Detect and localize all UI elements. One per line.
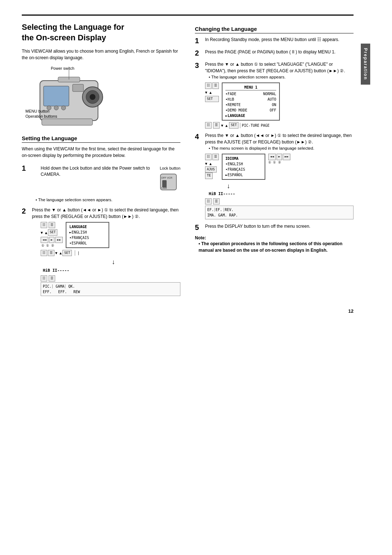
- right-step-2-number: 2: [195, 49, 203, 57]
- menu1-item-4: •DEMO MODEOFF: [225, 108, 276, 113]
- id-bottom-r: ☰: [213, 198, 220, 205]
- left-column: Selecting the Language for the On-screen…: [22, 22, 180, 300]
- setting-intro: When using the VIEWCAM for the first tim…: [22, 146, 180, 159]
- m1-icon-r: ☰: [212, 82, 219, 89]
- ctrl-icon-left: ☷: [41, 222, 47, 228]
- ctrl-btn-3: ►►: [55, 237, 63, 243]
- ctrl-icon-bottom2: ☰: [49, 275, 55, 282]
- svg-text:CAM: CAM: [161, 187, 167, 189]
- right-step-4: 4 Press the ▼ or ▲ button (◄◄ or ►) ① to…: [195, 132, 354, 219]
- svg-rect-5: [73, 84, 83, 92]
- menu1-screen: MENU 1 •FADENORMAL •HiBAUTO •REMOTEON •D…: [222, 82, 280, 121]
- right-step-1-content: In Recording Standby mode, press the MEN…: [205, 36, 354, 45]
- right-step-5: 5 Press the DISPLAY button to turn off t…: [195, 223, 354, 232]
- right-step-3-bullet: The language selection screen appears.: [209, 74, 354, 80]
- ctrl-btn-2: ►: [49, 237, 54, 243]
- camera-svg: [22, 66, 116, 131]
- lock-image: Lock button OFF VCR CAM: [157, 165, 180, 194]
- note-text: • The operation procedures in the follow…: [199, 240, 354, 254]
- top-rule: [22, 15, 354, 16]
- sidebar-tab: Preparation: [361, 44, 370, 85]
- svg-text:OFF  VCR: OFF VCR: [161, 177, 172, 179]
- lang-diagrams: ☷ ☰ ▼ ▲ SET ◄◄ ► ►►: [41, 222, 180, 248]
- camera-diagram: Power switch: [22, 66, 180, 131]
- page-number: 12: [22, 307, 354, 314]
- m1-icon-l: ☷: [205, 82, 212, 89]
- idioma-ctrl: ☷ ☰ ▼ ▲ AJUS TE: [205, 154, 219, 179]
- two-col-layout: Selecting the Language for the On-screen…: [22, 22, 354, 300]
- right-step-4-content: Press the ▼ or ▲ button (◄◄ or ►) ① to s…: [205, 132, 354, 219]
- m1-bottom-set: SET: [229, 122, 238, 129]
- right-step-2-content: Press the PAGE (PAGE or PAGINA) button (…: [205, 49, 354, 57]
- step-1-bullet: The language selection screen appears.: [36, 197, 180, 203]
- ctrl-icon-right2: ☰: [48, 250, 54, 256]
- lang-menu-box: LANGUAGE ►ENGLISH •FRANÇAIS •ESPAÑOL: [66, 222, 109, 248]
- menu1-ctrl: ☷ ☰ ▼ ▲ SET: [205, 82, 219, 102]
- lock-diagram: Hold down the Lock button and slide the …: [41, 165, 180, 194]
- right-step-3-content: Press the ▼ or ▲ button ① to select "LAN…: [205, 61, 354, 129]
- changing-heading: Changing the Language: [195, 26, 354, 33]
- ctrl-btn-1: ◄◄: [41, 237, 48, 243]
- menu1-item-1: •FADENORMAL: [225, 91, 276, 97]
- id-bottom-l: ☷: [205, 198, 212, 205]
- menu1-item-5: ►LANGUAGE: [225, 113, 276, 118]
- m1-bottom-r: ☰: [213, 122, 220, 129]
- id-te: TE: [205, 173, 213, 179]
- right-step-5-number: 5: [195, 223, 203, 232]
- page-title: Selecting the Language for the On-screen…: [22, 22, 180, 43]
- step-2-content: Press the ▼ or ▲ button (◄◄ or ►) ① to s…: [32, 207, 180, 296]
- setting-language-heading: Setting the Language: [22, 135, 180, 143]
- bottom-screen-right: EF.EF.REV. IMA.GAM.RAP.: [205, 206, 354, 219]
- ctrl-icon-left2: ☷: [41, 250, 47, 256]
- right-step-1: 1 In Recording Standby mode, press the M…: [195, 36, 354, 45]
- hifi-bar-1: HiB II-----: [43, 268, 180, 274]
- id-btn-1: ◄◄: [268, 154, 276, 160]
- step-2-number: 2: [22, 207, 30, 296]
- id-icon-r: ☰: [212, 154, 219, 160]
- set-ctrl: SET: [48, 229, 57, 236]
- id-icon-l: ☷: [205, 154, 212, 160]
- svg-point-10: [61, 106, 66, 110]
- id-ajus: AJUS: [205, 166, 217, 173]
- menu-button-label: MENU button: [25, 109, 49, 113]
- menu1-item-2: •HiBAUTO: [225, 97, 276, 102]
- id-btn-3: ►►: [283, 154, 290, 160]
- right-step-3-number: 3: [195, 61, 203, 129]
- right-step-5-content: Press the DISPLAY button to turn off the…: [205, 223, 354, 232]
- step-2: 2 Press the ▼ or ▲ button (◄◄ or ►) ① to…: [22, 207, 180, 296]
- menu1-item-3: •REMOTEON: [225, 102, 276, 108]
- main-content: Selecting the Language for the On-screen…: [22, 15, 361, 314]
- note-block: Note: • The operation procedures in the …: [195, 235, 354, 254]
- menu1-title: MENU 1: [225, 85, 276, 90]
- svg-point-3: [90, 94, 95, 100]
- id-btn-2: ►: [277, 154, 282, 160]
- step-1: 1 Hold down the Lock button and slide th…: [22, 164, 180, 203]
- svg-rect-7: [42, 119, 93, 125]
- right-step-1-number: 1: [195, 36, 203, 45]
- page-container: Selecting the Language for the On-screen…: [22, 15, 370, 314]
- svg-point-9: [54, 106, 58, 110]
- note-title: Note:: [195, 235, 354, 240]
- lock-switch-svg: OFF VCR CAM: [157, 172, 180, 192]
- step-1-content: Hold down the Lock button and slide the …: [32, 164, 180, 203]
- lock-text: Hold down the Lock button and slide the …: [41, 165, 153, 178]
- intro-text: This VIEWCAM allows you to choose from a…: [22, 48, 180, 61]
- step-1-number: 1: [22, 164, 30, 203]
- right-step-2: 2 Press the PAGE (PAGE or PAGINA) button…: [195, 49, 354, 57]
- operation-buttons-label: Operation buttons: [25, 114, 57, 118]
- svg-rect-4: [44, 86, 69, 106]
- right-step-4-number: 4: [195, 132, 203, 219]
- arrow-down-1: ↓: [46, 257, 180, 267]
- right-column: Changing the Language 1 In Recording Sta…: [195, 22, 354, 300]
- bottom-screen-1: PIC. GAMA QK. EFF. EFF. REW: [41, 282, 180, 296]
- idioma-ctrl-btns: ◄◄ ► ►► ① ① ②: [268, 154, 290, 165]
- right-step-4-bullet: The menu screen is displayed in the lang…: [209, 145, 354, 151]
- m1-bottom-l: ☷: [205, 122, 212, 129]
- lock-label: Lock button: [157, 165, 180, 171]
- right-step-3: 3 Press the ▼ or ▲ button ① to select "L…: [195, 61, 354, 129]
- hifi-bar-2: HiB II-----: [209, 191, 354, 197]
- idioma-menu: IDIOMA •ENGLISH •FRANÇAIS ►ESPAÑOL: [222, 154, 265, 180]
- arrow-down-2: ↓: [227, 181, 354, 191]
- ctrl-icon-bottom: ☷: [41, 275, 47, 282]
- lang-ctrl-diagram: ☷ ☰ ▼ ▲ SET ◄◄ ► ►►: [41, 222, 63, 248]
